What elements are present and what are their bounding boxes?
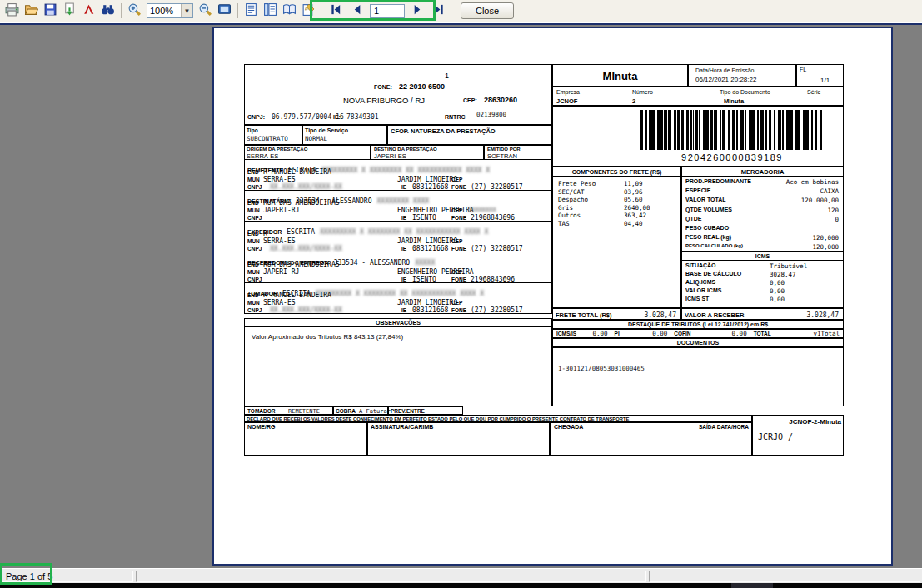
componente-row: Despacho05,60 — [553, 196, 680, 204]
edit-pencil-icon — [302, 2, 316, 20]
fone-label: FONE — [451, 246, 466, 252]
componente-label: Frete Peso — [558, 180, 596, 187]
minuta-form: 1 FONE: 22 2010 6500 NOVA FRIBURGO / RJ … — [244, 64, 845, 456]
mercadoria-value: 120,000 — [812, 234, 839, 242]
toolbar-separator — [121, 3, 122, 18]
valor-receber-box: VALOR A RECEBER 3.028,47 — [681, 308, 844, 320]
componentes-rows: Frete Peso11,09SEC/CAT03,96Despacho05,60… — [553, 180, 680, 227]
party-block: EXPEDIDORESCRITAXXXXXXXXX X XXXXXXXX XX … — [244, 221, 552, 252]
page-number-input[interactable] — [370, 4, 405, 18]
chevron-down-icon[interactable]: ▼ — [181, 4, 192, 17]
doc-ref: JCNOF-2-MInuta — [753, 418, 841, 426]
ie-label: IE: — [333, 114, 341, 120]
party-block: DESTINATÁRIO333534 - ALESSANDROXXXXXXXX … — [244, 190, 552, 222]
servico-box: Tipo de Serviço NORMAL — [302, 125, 387, 145]
icms-rows: SITUAÇÃOTributávelBASE DE CÁLCULO3028,47… — [682, 262, 843, 304]
componente-row: TAS04,40 — [553, 220, 680, 228]
tomador-cell: TOMADOR REMETENTE — [244, 406, 333, 415]
doc-ref-box: JCNOF-2-MInuta JCRJO / — [752, 415, 844, 456]
componente-value: 363,42 — [624, 212, 646, 219]
componente-value: 2640,00 — [624, 204, 650, 212]
export-pdf-button[interactable] — [79, 2, 98, 21]
status-panel — [649, 571, 920, 582]
barcode-number: 9204260000839189 — [640, 152, 824, 162]
ie-value: 78349301 — [346, 113, 379, 121]
origem-label: ORIGEM DA PRESTAÇÃO — [247, 147, 307, 152]
mercadoria-box: MERCADORIA PROD.PREDOMINANTEAco em bobin… — [681, 167, 844, 252]
icms-label: BASE DE CÁLCULO — [685, 271, 741, 277]
end-label: END — [247, 169, 259, 175]
cobra-value: A Faturar — [359, 408, 391, 415]
book-preview-button[interactable] — [280, 2, 299, 21]
cnpj-label: CNPJ — [247, 246, 262, 252]
status-panel — [136, 571, 646, 582]
mercadoria-row: ESPECIECAIXA — [682, 187, 843, 197]
origem-box: ORIGEM DA PRESTAÇÃO SERRA-ES — [244, 145, 371, 160]
icms-row: ICMS ST0,00 — [682, 296, 843, 304]
status-page-label: Page 1 of 5 — [6, 571, 52, 581]
end-value: RUA DAS AMENDOEIRAS — [263, 199, 340, 207]
barcode — [640, 110, 824, 150]
tributo-value: 0,00 — [732, 330, 747, 337]
next-page-button[interactable] — [407, 2, 426, 21]
componente-label: Outros — [558, 212, 581, 219]
print-button[interactable] — [2, 2, 22, 21]
first-page-button[interactable] — [326, 2, 346, 21]
open-button[interactable] — [22, 2, 41, 21]
prev-page-button[interactable] — [348, 2, 367, 21]
export-button[interactable] — [60, 2, 79, 21]
group-tree-button[interactable] — [261, 2, 280, 21]
mercadoria-label: PESO CUBADO — [685, 225, 729, 231]
bairro-value: JARDIM LIMOEIRO — [397, 176, 457, 183]
componente-row: Outros363,42 — [553, 212, 680, 220]
mun-value: JAPERI-RJ — [263, 268, 299, 276]
document-title: MInuta — [553, 70, 687, 82]
icms-row: ALIQ.ICMS0,00 — [682, 279, 843, 287]
zoom-level-value: 100% — [147, 6, 181, 16]
zoom-out-icon — [198, 2, 212, 20]
report-viewer-window: 100% ▼ Close 1 FONE: 22 2010 65 — [0, 0, 922, 588]
icms-header: ICMS — [681, 252, 844, 261]
zoom-out-button[interactable] — [196, 2, 215, 21]
fit-screen-button[interactable] — [215, 2, 234, 21]
tipo-box: Tipo SUBCONTRATO — [244, 125, 302, 145]
pdf-icon — [82, 2, 96, 20]
group-tree-icon — [263, 2, 277, 20]
componente-label: Gris — [558, 204, 573, 212]
branch-number: 1 — [445, 72, 449, 80]
zoom-in-icon — [127, 2, 142, 20]
save-button[interactable] — [41, 2, 60, 21]
page-view-button[interactable] — [242, 2, 261, 21]
nome-rg-label: NOME/RG — [247, 424, 275, 430]
componente-value: 04,40 — [624, 220, 643, 227]
icms-row: VALOR ICMS0,00 — [682, 287, 843, 296]
tributo-label: PI — [615, 331, 620, 336]
emitido-label: EMITIDO POR — [487, 147, 521, 152]
party-block: REMETENTEESCRITAXXXXXXXXX X XXXXXXXX XX … — [244, 159, 552, 191]
find-button[interactable] — [98, 2, 117, 21]
prev-entre-cell: PREV.ENTRE — [388, 406, 463, 415]
mercadoria-value: 120,000 — [812, 243, 839, 251]
icms-value: 0,00 — [770, 296, 785, 303]
icms-value: Tributável — [770, 262, 807, 270]
declaracao-text: DECLARO QUE RECEBI OS VALORES DESTE CONH… — [247, 416, 629, 421]
documentos-content: 1-301121/08053031000465 — [558, 365, 645, 372]
modify-report-button[interactable] — [299, 2, 318, 21]
last-page-button[interactable] — [429, 2, 448, 21]
fl-box: FL 1/1 — [796, 64, 844, 87]
zoom-in-button[interactable] — [125, 2, 144, 21]
destaque-header: DESTAQUE DE TRIBUTOS (Lei 12.741/2012) e… — [552, 320, 844, 329]
componente-label: TAS — [558, 220, 570, 227]
mun-label: MUN — [247, 269, 260, 275]
componente-label: SEC/CAT — [558, 188, 585, 196]
saida-label: SAÍDA DATA/HORA — [699, 424, 749, 430]
print-icon — [5, 2, 19, 20]
documentos-header: DOCUMENTOS — [552, 338, 844, 347]
mercadoria-rows: PROD.PREDOMINANTEAco em bobinasESPECIECA… — [682, 178, 843, 253]
observacoes-text: Valor Aproximado dos Tributos R$ 843,13 … — [252, 333, 403, 341]
componentes-header: COMPONENTES DO FRETE (R$) — [552, 167, 681, 177]
tipo-value: SUBCONTRATO — [247, 135, 288, 142]
fone-label: FONE: — [374, 84, 392, 90]
zoom-level-select[interactable]: 100% ▼ — [147, 3, 193, 18]
close-button[interactable]: Close — [461, 2, 514, 19]
